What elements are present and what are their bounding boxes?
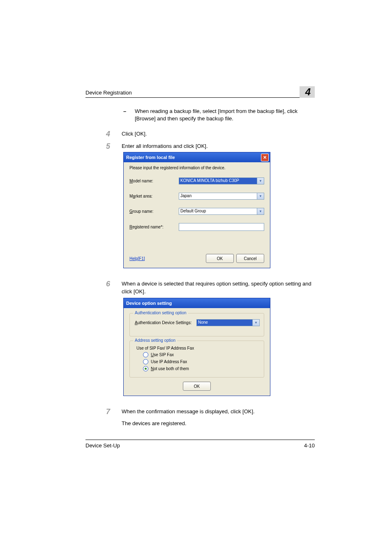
- chevron-down-icon[interactable]: ▼: [257, 193, 264, 200]
- market-area-combo[interactable]: Japan ▼: [179, 193, 264, 200]
- group-name-combo[interactable]: Default Group ▼: [179, 208, 264, 215]
- step-body: Click [OK].: [122, 130, 315, 138]
- radio-icon: [143, 352, 148, 357]
- address-legend: Address setting option: [133, 338, 177, 343]
- ok-button[interactable]: OK: [206, 254, 234, 263]
- close-icon[interactable]: ✕: [261, 154, 269, 161]
- dialog-instruction: Please input the registered information …: [129, 166, 264, 170]
- step-text-2: The devices are registered.: [122, 419, 315, 427]
- page-footer: Device Set-Up 4-10: [85, 440, 315, 449]
- model-name-value: KONICA MINOLTA bizhub C30P: [179, 177, 257, 184]
- address-subhead: Use of SIP Fax/ IP Address Fax: [136, 346, 260, 350]
- radio-label: Not use both of them: [151, 366, 189, 371]
- radio-label: Use SIP Fax: [151, 352, 174, 357]
- dialog-titlebar: Register from local file ✕: [124, 152, 270, 162]
- dialog-titlebar: Device option setting: [124, 298, 270, 308]
- model-name-combo[interactable]: KONICA MINOLTA bizhub C30P ▼: [179, 177, 264, 184]
- auth-device-label: Authentication Device Settings:: [135, 320, 196, 325]
- registered-name-input[interactable]: [179, 223, 264, 231]
- footer-left: Device Set-Up: [85, 442, 120, 449]
- step-body: When the confirmation message is display…: [122, 408, 315, 427]
- group-name-value: Default Group: [179, 208, 257, 215]
- step-body: When a device is selected that requires …: [122, 280, 315, 295]
- market-area-value: Japan: [179, 193, 257, 200]
- radio-not-use[interactable]: Not use both of them: [143, 366, 260, 371]
- chapter-number: 4: [300, 86, 315, 98]
- dialog-title: Device option setting: [126, 301, 172, 306]
- radio-ip-address-fax[interactable]: Use IP Address Fax: [143, 359, 260, 364]
- register-dialog: Register from local file ✕ Please input …: [123, 152, 270, 268]
- radio-icon: [143, 359, 148, 364]
- step-4: 4 Click [OK].: [85, 130, 315, 138]
- step-7: 7 When the confirmation message is displ…: [85, 408, 315, 427]
- radio-sip-fax[interactable]: Use SIP Fax: [143, 352, 260, 357]
- address-fieldset: Address setting option Use of SIP Fax/ I…: [129, 341, 264, 378]
- radio-label: Use IP Address Fax: [151, 359, 187, 364]
- step-number: 6: [85, 280, 122, 295]
- step-number: 4: [85, 130, 122, 138]
- chevron-down-icon[interactable]: ▼: [257, 177, 264, 184]
- market-area-label: Market area:: [129, 194, 179, 198]
- auth-legend: Authentication setting option: [133, 311, 188, 315]
- sub-bullet: – When reading a backup file, select [Im…: [123, 108, 315, 122]
- device-option-dialog: Device option setting Authentication set…: [123, 298, 270, 396]
- step-number: 7: [85, 408, 122, 427]
- chevron-down-icon[interactable]: ▼: [257, 208, 264, 215]
- bullet-dash: –: [123, 108, 135, 122]
- cancel-button[interactable]: Cancel: [236, 254, 264, 263]
- page-header: Device Registration 4: [85, 86, 315, 98]
- step-5: 5 Enter all informations and click [OK].: [85, 142, 315, 150]
- bullet-text: When reading a backup file, select [Impo…: [135, 108, 315, 122]
- registered-name-label: Registered name*:: [129, 225, 179, 229]
- step-number: 5: [85, 142, 122, 150]
- auth-fieldset: Authentication setting option Authentica…: [129, 313, 264, 336]
- step-body: Enter all informations and click [OK].: [122, 142, 315, 150]
- radio-icon: [143, 366, 148, 371]
- footer-right: 4-10: [304, 442, 315, 449]
- step-text: When the confirmation message is display…: [122, 408, 315, 415]
- chevron-down-icon[interactable]: ▼: [252, 319, 260, 326]
- dialog-title: Register from local file: [126, 155, 175, 160]
- step-6: 6 When a device is selected that require…: [85, 280, 315, 295]
- auth-device-value: None: [196, 319, 252, 326]
- group-name-label: Group name:: [129, 209, 179, 214]
- model-name-label: Model name:: [129, 179, 179, 183]
- ok-button[interactable]: OK: [183, 382, 211, 391]
- auth-device-combo[interactable]: None ▼: [196, 319, 260, 326]
- section-title: Device Registration: [85, 90, 132, 97]
- help-link[interactable]: Help[F1]: [129, 256, 145, 261]
